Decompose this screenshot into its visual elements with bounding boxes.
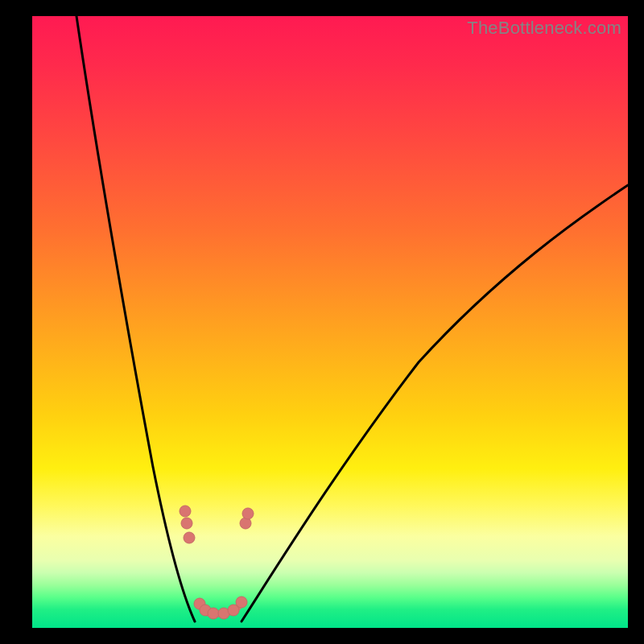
marker-group: [180, 506, 254, 619]
chart-frame: TheBottleneck.com: [0, 0, 644, 644]
marker-dot: [242, 508, 254, 519]
marker-dot: [181, 518, 192, 529]
plot-area: TheBottleneck.com: [32, 16, 628, 628]
marker-dot: [208, 608, 219, 619]
curve-right-branch: [242, 185, 628, 621]
curve-layer: [32, 16, 628, 628]
marker-dot: [236, 597, 247, 608]
marker-dot: [184, 532, 195, 543]
curve-left-branch: [76, 16, 195, 621]
marker-dot: [180, 506, 191, 517]
